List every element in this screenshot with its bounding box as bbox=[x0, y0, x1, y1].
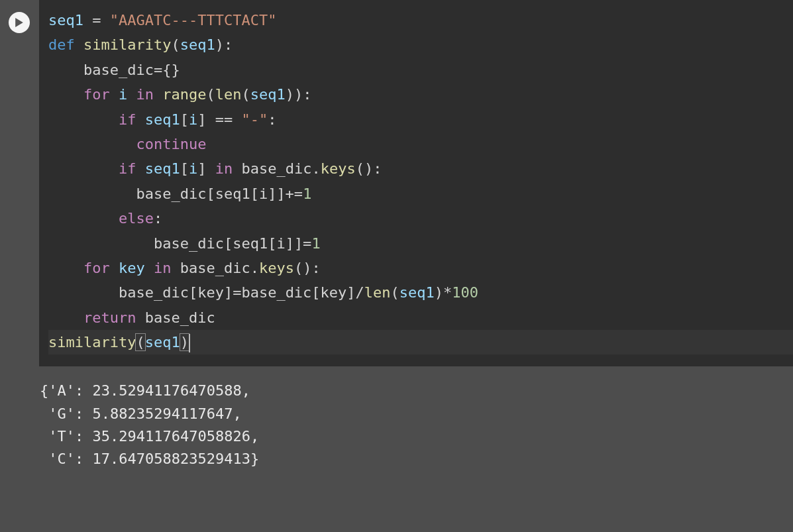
code-line: base_dic[seq1[i]]+=1 bbox=[48, 182, 793, 206]
code-line: if seq1[i] in base_dic.keys(): bbox=[48, 156, 793, 181]
code-cell: seq1 = "AAGATC---TTTCTACT" def similarit… bbox=[0, 0, 793, 366]
code-line: continue bbox=[48, 132, 793, 156]
code-line: base_dic[seq1[i]]=1 bbox=[48, 231, 793, 256]
cell-gutter bbox=[0, 0, 38, 366]
code-editor[interactable]: seq1 = "AAGATC---TTTCTACT" def similarit… bbox=[38, 0, 793, 366]
output-line: 'T': 35.294117647058826, bbox=[40, 425, 793, 448]
code-line: else: bbox=[48, 206, 793, 231]
code-line: return base_dic bbox=[48, 305, 793, 330]
text-cursor bbox=[189, 334, 190, 353]
code-line: base_dic={} bbox=[48, 58, 793, 82]
code-line: for i in range(len(seq1)): bbox=[48, 82, 793, 107]
code-line-current: similarity(seq1) bbox=[48, 330, 793, 354]
code-line: seq1 = "AAGATC---TTTCTACT" bbox=[48, 8, 793, 32]
code-line: for key in base_dic.keys(): bbox=[48, 256, 793, 280]
output-line: 'G': 5.88235294117647, bbox=[40, 403, 793, 425]
cell-output: {'A': 23.52941176470588, 'G': 5.88235294… bbox=[0, 366, 793, 483]
play-icon bbox=[15, 18, 24, 27]
run-cell-button[interactable] bbox=[9, 12, 30, 33]
output-line: 'C': 17.647058823529413} bbox=[40, 448, 793, 470]
code-line: def similarity(seq1): bbox=[48, 32, 793, 57]
output-line: {'A': 23.52941176470588, bbox=[40, 380, 793, 402]
code-line: base_dic[key]=base_dic[key]/len(seq1)*10… bbox=[48, 280, 793, 305]
code-line: if seq1[i] == "-": bbox=[48, 107, 793, 132]
